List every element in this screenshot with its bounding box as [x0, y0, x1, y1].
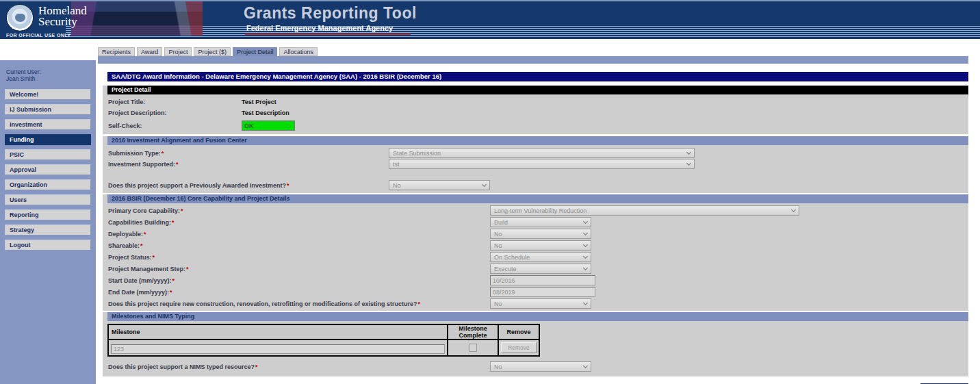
dhs-seal-icon [6, 4, 34, 31]
header-photo-collage [71, 1, 203, 36]
dhs-wordmark: Homeland Security [38, 5, 87, 27]
milestones-table: Milestone Milestone Complete Remove Remo… [107, 324, 540, 357]
investment-supported-label: Investment Supported: [108, 161, 175, 168]
shareable-label: Shareable: [108, 242, 140, 249]
tab-recipients[interactable]: Recipients [98, 47, 135, 56]
nims-typed-resource-label: Does this project support a NIMS typed r… [108, 363, 255, 370]
capabilities-building-select[interactable]: Build [490, 217, 591, 227]
primary-core-capability-label: Primary Core Capability: [108, 207, 180, 214]
spacer [103, 169, 968, 179]
project-detail-section: Project Detail Project Title: Test Proje… [103, 86, 968, 134]
remove-button[interactable]: Remove [501, 342, 537, 353]
app-subtitle: Federal Emergency Management Agency [245, 24, 411, 35]
investment-supported-selected: tst [393, 161, 400, 168]
sidebar-item-psic[interactable]: PSIC [5, 149, 91, 160]
deployable-select[interactable]: No [490, 229, 591, 239]
nims-typed-resource-selected: No [494, 363, 502, 370]
previously-awarded-select[interactable]: No [389, 180, 490, 190]
nims-typed-resource-select[interactable]: No [490, 361, 591, 372]
end-date-label: End Date (mm/yyyy): [108, 289, 169, 296]
tab-project[interactable]: Project [164, 47, 192, 56]
construction-label: Does this project require new constructi… [108, 300, 417, 307]
sidebar-item-strategy[interactable]: Strategy [5, 225, 91, 235]
primary-core-capability-select[interactable]: Long-term Vulnerability Reduction [490, 205, 799, 216]
tab-bar: Recipients Award Project Project ($) Pro… [98, 47, 318, 56]
project-status-selected: On Schedule [494, 254, 530, 261]
capabilities-building-row: Capabilities Building:* Build [108, 217, 968, 227]
construction-selected: No [494, 300, 502, 307]
start-date-input[interactable] [490, 275, 595, 285]
tab-allocations[interactable]: Allocations [279, 47, 318, 56]
required-asterisk: * [140, 242, 143, 249]
primary-core-capability-selected: Long-term Vulnerability Reduction [494, 207, 586, 214]
milestone-cell [108, 340, 448, 356]
required-asterisk: * [418, 300, 421, 307]
chevron-down-icon [686, 149, 691, 154]
project-status-label: Project Status: [108, 254, 152, 261]
required-asterisk: * [172, 277, 175, 284]
shareable-row: Shareable:* No [108, 240, 968, 251]
project-description-value: Test Description [242, 110, 289, 116]
sidebar-item-approval[interactable]: Approval [5, 164, 91, 175]
current-user-name: Jean Smith [6, 75, 96, 82]
sidebar-item-investment[interactable]: Investment [5, 119, 91, 130]
app-title: Grants Reporting Tool [244, 4, 417, 23]
required-asterisk: * [181, 207, 183, 214]
core-capability-section: 2016 BSIR (December 16) Core Capability … [103, 194, 968, 311]
submission-type-selected: State Submission [393, 150, 441, 157]
project-management-step-select[interactable]: Execute [490, 264, 591, 274]
submission-type-row: Submission Type:* State Submission [108, 148, 968, 158]
chevron-down-icon [482, 181, 487, 186]
shareable-selected: No [494, 242, 502, 249]
start-date-row: Start Date (mm/yyyy):* [108, 275, 968, 285]
investment-section-bar: 2016 Investment Alignment and Fusion Cen… [107, 136, 968, 145]
end-date-row: End Date (mm/yyyy):* [108, 287, 968, 297]
project-status-select[interactable]: On Schedule [490, 252, 591, 262]
project-status-row: Project Status:* On Schedule [108, 252, 968, 262]
required-asterisk: * [176, 161, 179, 168]
capabilities-building-label: Capabilities Building: [108, 219, 171, 226]
previously-awarded-selected: No [393, 182, 401, 189]
required-asterisk: * [170, 289, 172, 296]
chevron-down-icon [583, 253, 588, 258]
sidebar-item-logout[interactable]: Logout [5, 240, 91, 251]
capabilities-building-selected: Build [494, 219, 508, 226]
required-asterisk: * [287, 182, 289, 189]
chevron-down-icon [583, 230, 588, 235]
project-description-label: Project Description: [108, 110, 167, 116]
previously-awarded-label: Does this project support a Previously A… [108, 182, 286, 189]
chevron-down-icon [583, 363, 588, 368]
tab-award[interactable]: Award [137, 47, 162, 56]
investment-supported-select[interactable]: tst [389, 159, 695, 169]
fouo-label: FOR OFFICIAL USE ONLY [6, 33, 70, 38]
milestone-complete-checkbox[interactable] [469, 344, 477, 352]
required-asterisk: * [186, 266, 189, 272]
primary-core-capability-row: Primary Core Capability:* Long-term Vuln… [108, 205, 968, 216]
submission-type-select[interactable]: State Submission [389, 148, 695, 158]
self-check-row: Self-Check: OK [108, 120, 968, 131]
deployable-selected: No [494, 231, 502, 238]
shareable-select[interactable]: No [490, 240, 591, 251]
sidebar-item-users[interactable]: Users [5, 194, 91, 205]
end-date-input[interactable] [490, 287, 595, 297]
tab-project-dollars[interactable]: Project ($) [194, 47, 231, 56]
deployable-label: Deployable: [108, 231, 143, 238]
current-user-label: Current User: [6, 68, 96, 75]
app-header: Homeland Security FOR OFFICIAL USE ONLY … [0, 0, 980, 39]
milestone-input[interactable] [111, 344, 445, 354]
tab-project-detail[interactable]: Project Detail [233, 47, 278, 56]
start-date-label: Start Date (mm/yyyy): [108, 277, 172, 284]
award-banner: SAA/DTG Award Information - Delaware Eme… [107, 72, 968, 81]
milestones-section-bar: Milestones and NIMS Typing [107, 312, 968, 321]
chevron-down-icon [583, 265, 588, 270]
sidebar-item-ij-submission[interactable]: IJ Submission [5, 104, 91, 115]
chevron-down-icon [583, 218, 588, 223]
sidebar-item-funding[interactable]: Funding [5, 134, 91, 145]
milestone-complete-cell [448, 340, 498, 356]
sidebar-item-organization[interactable]: Organization [5, 179, 91, 190]
sidebar-item-reporting[interactable]: Reporting [5, 209, 91, 220]
sidebar-item-welcome[interactable]: Welcome! [5, 89, 91, 100]
current-user: Current User: Jean Smith [6, 68, 96, 82]
construction-select[interactable]: No [490, 298, 591, 309]
chevron-down-icon [583, 300, 588, 305]
